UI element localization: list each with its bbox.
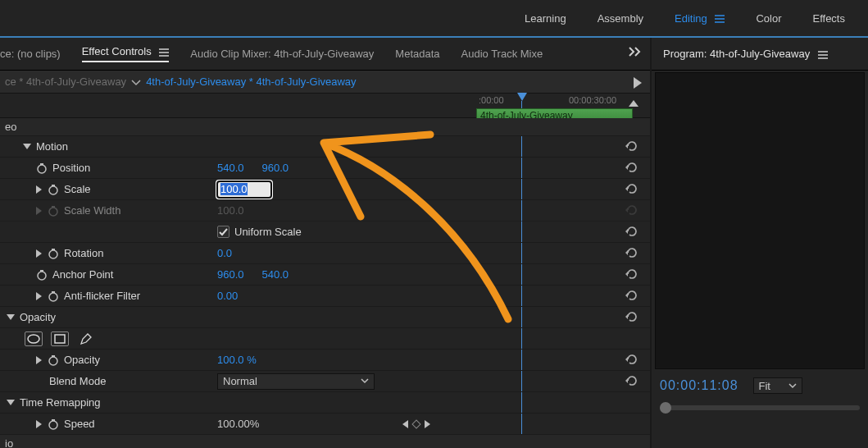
chevron-down-icon[interactable]	[23, 140, 31, 153]
blend-mode-select[interactable]: Normal	[217, 373, 375, 390]
keyframe-nav	[402, 420, 431, 428]
menu-icon[interactable]	[159, 45, 169, 57]
reset-icon[interactable]	[625, 182, 639, 198]
reset-icon[interactable]	[625, 225, 639, 240]
mini-timeline: :00:00 00:00:30:00 4th-of-July-Giveaway	[0, 94, 650, 118]
svg-marker-32	[625, 293, 628, 298]
workspace-color[interactable]: Color	[756, 12, 781, 25]
stopwatch-icon[interactable]	[48, 290, 59, 302]
time-remap-row[interactable]: Time Remapping	[0, 392, 650, 414]
audio-section-header[interactable]: io	[0, 435, 650, 448]
uniform-scale-label: Uniform Scale	[234, 226, 302, 238]
opacity-label: Opacity	[64, 354, 100, 366]
tab-audio-track-mixer[interactable]: Audio Track Mixe	[461, 48, 543, 60]
svg-marker-13	[36, 185, 42, 194]
opacity-value[interactable]: 100.0 %	[217, 354, 257, 366]
reset-icon[interactable]	[625, 353, 639, 368]
zoom-value: Fit	[759, 380, 770, 392]
tab-source[interactable]: ce: (no clips)	[0, 48, 61, 60]
svg-point-23	[49, 250, 57, 258]
playhead-icon[interactable]	[517, 93, 527, 103]
workspace-learning[interactable]: Learning	[525, 12, 566, 25]
anti-flicker-label: Anti-flicker Filter	[64, 290, 140, 302]
chevron-right-icon	[36, 207, 43, 215]
anchor-point-row: Anchor Point 960.0 540.0	[0, 264, 650, 286]
anchor-x-value[interactable]: 960.0	[217, 268, 244, 281]
stopwatch-icon[interactable]	[36, 269, 48, 281]
chevron-right-icon[interactable]	[36, 420, 43, 428]
reset-icon[interactable]	[625, 374, 639, 390]
rotation-value[interactable]: 0.0	[217, 247, 232, 259]
reset-icon[interactable]	[625, 310, 639, 326]
chevron-right-icon[interactable]	[36, 249, 43, 258]
anchor-y-value[interactable]: 540.0	[262, 268, 289, 281]
stopwatch-icon[interactable]	[48, 418, 59, 430]
chevron-down-icon[interactable]	[7, 396, 15, 409]
svg-marker-47	[425, 420, 430, 428]
chevron-right-icon[interactable]	[36, 185, 43, 194]
add-keyframe-icon[interactable]	[411, 419, 420, 428]
program-tab[interactable]: Program: 4th-of-July-Giveaway	[663, 48, 828, 60]
menu-icon[interactable]	[715, 12, 725, 25]
play-icon[interactable]	[634, 75, 643, 89]
workspace-assembly[interactable]: Assembly	[598, 12, 643, 25]
program-monitor-panel: Program: 4th-of-July-Giveaway 00:00:11:0…	[652, 38, 868, 448]
next-keyframe-icon[interactable]	[425, 420, 431, 428]
tab-effect-controls[interactable]: Effect Controls	[82, 45, 170, 62]
stopwatch-icon[interactable]	[48, 184, 59, 195]
reset-icon[interactable]	[625, 246, 639, 262]
scale-width-value: 100.0	[217, 204, 244, 217]
zoom-select[interactable]: Fit	[753, 377, 802, 394]
workspace-editing[interactable]: Editing	[675, 12, 725, 25]
mask-tools-row	[0, 328, 650, 350]
reset-icon[interactable]	[625, 289, 639, 304]
svg-point-30	[49, 293, 57, 301]
scale-input[interactable]	[217, 181, 271, 198]
rotation-label: Rotation	[64, 247, 103, 259]
audio-section-label: io	[5, 437, 13, 448]
program-tab-label: Program: 4th-of-July-Giveaway	[663, 48, 810, 60]
scale-width-label: Scale Width	[64, 204, 120, 217]
video-section-label: eo	[5, 121, 16, 133]
position-x-value[interactable]: 540.0	[217, 162, 244, 174]
chevron-right-icon[interactable]	[36, 292, 43, 300]
reset-icon[interactable]	[625, 161, 639, 176]
stopwatch-icon[interactable]	[36, 162, 48, 174]
svg-marker-22	[36, 249, 42, 258]
svg-point-38	[49, 357, 57, 365]
opacity-section-row[interactable]: Opacity	[0, 307, 650, 328]
speed-label: Speed	[64, 418, 95, 430]
rect-mask-icon[interactable]	[51, 331, 69, 346]
video-section-header[interactable]: eo	[0, 118, 650, 136]
pen-mask-icon[interactable]	[77, 331, 95, 346]
tab-audio-clip-mixer[interactable]: Audio Clip Mixer: 4th-of-July-Giveaway	[190, 48, 374, 60]
stopwatch-icon[interactable]	[48, 354, 59, 366]
reset-icon[interactable]	[625, 139, 639, 155]
source-select-chevron[interactable]	[131, 75, 141, 88]
workspace-editing-label: Editing	[675, 12, 707, 25]
tab-metadata[interactable]: Metadata	[395, 48, 439, 60]
overflow-icon[interactable]	[629, 47, 642, 59]
position-y-value[interactable]: 960.0	[262, 162, 289, 174]
program-scrubber[interactable]	[660, 405, 860, 410]
collapse-up-icon[interactable]	[629, 97, 639, 109]
svg-marker-28	[625, 272, 628, 277]
chevron-down-icon[interactable]	[7, 311, 15, 323]
svg-marker-16	[625, 186, 628, 191]
scale-label: Scale	[64, 183, 91, 195]
motion-row[interactable]: Motion	[0, 136, 650, 158]
chevron-right-icon[interactable]	[36, 356, 43, 364]
effect-controls-body: eo Motion Position 540.0 960.0	[0, 118, 650, 448]
scrubber-knob[interactable]	[660, 402, 671, 414]
svg-marker-12	[625, 165, 628, 170]
reset-icon[interactable]	[625, 267, 639, 283]
prev-keyframe-icon[interactable]	[402, 420, 408, 428]
ellipse-mask-icon[interactable]	[25, 331, 43, 346]
stopwatch-icon	[48, 205, 59, 217]
uniform-scale-checkbox[interactable]: Uniform Scale	[217, 226, 302, 238]
anti-flicker-value[interactable]: 0.00	[217, 290, 238, 302]
workspace-effects[interactable]: Effects	[812, 12, 845, 25]
program-timecode[interactable]: 00:00:11:08	[660, 378, 738, 393]
menu-icon[interactable]	[818, 48, 828, 60]
stopwatch-icon[interactable]	[48, 248, 59, 259]
